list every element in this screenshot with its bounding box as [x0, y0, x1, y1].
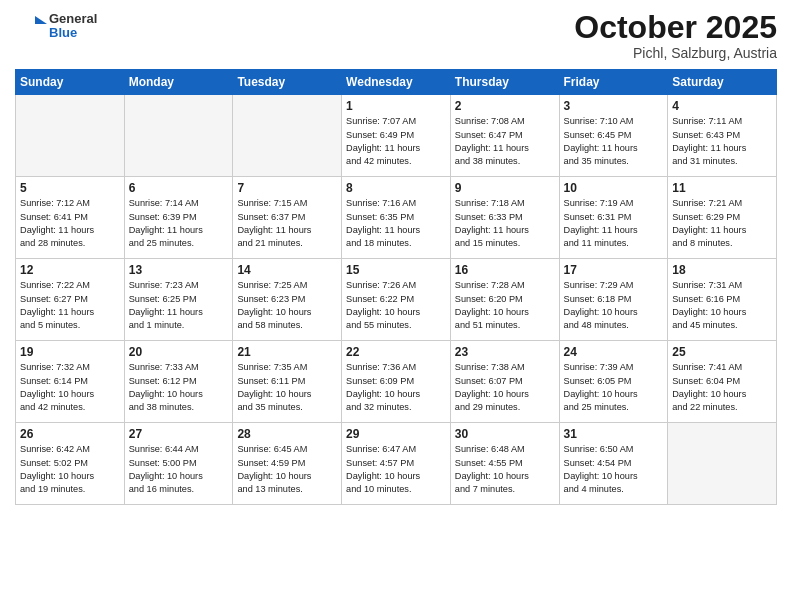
calendar-cell: 1Sunrise: 7:07 AM Sunset: 6:49 PM Daylig… [342, 95, 451, 177]
week-row-4: 26Sunrise: 6:42 AM Sunset: 5:02 PM Dayli… [16, 423, 777, 505]
day-info: Sunrise: 7:29 AM Sunset: 6:18 PM Dayligh… [564, 279, 664, 332]
logo: General Blue [15, 10, 97, 42]
calendar-cell: 7Sunrise: 7:15 AM Sunset: 6:37 PM Daylig… [233, 177, 342, 259]
calendar-cell: 18Sunrise: 7:31 AM Sunset: 6:16 PM Dayli… [668, 259, 777, 341]
day-number: 15 [346, 263, 446, 277]
day-number: 9 [455, 181, 555, 195]
day-number: 30 [455, 427, 555, 441]
day-number: 22 [346, 345, 446, 359]
day-number: 16 [455, 263, 555, 277]
day-info: Sunrise: 7:39 AM Sunset: 6:05 PM Dayligh… [564, 361, 664, 414]
day-info: Sunrise: 7:32 AM Sunset: 6:14 PM Dayligh… [20, 361, 120, 414]
calendar-cell: 12Sunrise: 7:22 AM Sunset: 6:27 PM Dayli… [16, 259, 125, 341]
day-number: 31 [564, 427, 664, 441]
calendar-cell: 26Sunrise: 6:42 AM Sunset: 5:02 PM Dayli… [16, 423, 125, 505]
col-header-tuesday: Tuesday [233, 70, 342, 95]
day-info: Sunrise: 7:26 AM Sunset: 6:22 PM Dayligh… [346, 279, 446, 332]
day-info: Sunrise: 6:47 AM Sunset: 4:57 PM Dayligh… [346, 443, 446, 496]
calendar-cell: 23Sunrise: 7:38 AM Sunset: 6:07 PM Dayli… [450, 341, 559, 423]
day-info: Sunrise: 7:25 AM Sunset: 6:23 PM Dayligh… [237, 279, 337, 332]
calendar-cell: 31Sunrise: 6:50 AM Sunset: 4:54 PM Dayli… [559, 423, 668, 505]
calendar-cell: 13Sunrise: 7:23 AM Sunset: 6:25 PM Dayli… [124, 259, 233, 341]
calendar-cell: 25Sunrise: 7:41 AM Sunset: 6:04 PM Dayli… [668, 341, 777, 423]
logo-general: General [49, 12, 97, 26]
calendar-cell: 8Sunrise: 7:16 AM Sunset: 6:35 PM Daylig… [342, 177, 451, 259]
calendar-cell: 27Sunrise: 6:44 AM Sunset: 5:00 PM Dayli… [124, 423, 233, 505]
day-number: 29 [346, 427, 446, 441]
day-info: Sunrise: 7:18 AM Sunset: 6:33 PM Dayligh… [455, 197, 555, 250]
calendar-cell: 6Sunrise: 7:14 AM Sunset: 6:39 PM Daylig… [124, 177, 233, 259]
calendar-cell: 5Sunrise: 7:12 AM Sunset: 6:41 PM Daylig… [16, 177, 125, 259]
day-number: 11 [672, 181, 772, 195]
calendar-cell: 19Sunrise: 7:32 AM Sunset: 6:14 PM Dayli… [16, 341, 125, 423]
day-number: 12 [20, 263, 120, 277]
day-info: Sunrise: 7:10 AM Sunset: 6:45 PM Dayligh… [564, 115, 664, 168]
calendar-cell: 17Sunrise: 7:29 AM Sunset: 6:18 PM Dayli… [559, 259, 668, 341]
day-number: 2 [455, 99, 555, 113]
calendar-cell: 9Sunrise: 7:18 AM Sunset: 6:33 PM Daylig… [450, 177, 559, 259]
week-row-0: 1Sunrise: 7:07 AM Sunset: 6:49 PM Daylig… [16, 95, 777, 177]
calendar-cell: 15Sunrise: 7:26 AM Sunset: 6:22 PM Dayli… [342, 259, 451, 341]
day-info: Sunrise: 7:07 AM Sunset: 6:49 PM Dayligh… [346, 115, 446, 168]
location-subtitle: Pichl, Salzburg, Austria [574, 45, 777, 61]
calendar-cell: 29Sunrise: 6:47 AM Sunset: 4:57 PM Dayli… [342, 423, 451, 505]
calendar-cell: 16Sunrise: 7:28 AM Sunset: 6:20 PM Dayli… [450, 259, 559, 341]
day-number: 7 [237, 181, 337, 195]
day-number: 24 [564, 345, 664, 359]
day-info: Sunrise: 7:41 AM Sunset: 6:04 PM Dayligh… [672, 361, 772, 414]
day-number: 27 [129, 427, 229, 441]
day-info: Sunrise: 7:35 AM Sunset: 6:11 PM Dayligh… [237, 361, 337, 414]
day-info: Sunrise: 7:36 AM Sunset: 6:09 PM Dayligh… [346, 361, 446, 414]
logo-text: General Blue [49, 12, 97, 41]
day-number: 1 [346, 99, 446, 113]
day-info: Sunrise: 7:14 AM Sunset: 6:39 PM Dayligh… [129, 197, 229, 250]
calendar-cell [668, 423, 777, 505]
day-info: Sunrise: 7:12 AM Sunset: 6:41 PM Dayligh… [20, 197, 120, 250]
calendar-cell: 24Sunrise: 7:39 AM Sunset: 6:05 PM Dayli… [559, 341, 668, 423]
day-number: 8 [346, 181, 446, 195]
day-number: 17 [564, 263, 664, 277]
calendar-cell: 22Sunrise: 7:36 AM Sunset: 6:09 PM Dayli… [342, 341, 451, 423]
day-info: Sunrise: 7:28 AM Sunset: 6:20 PM Dayligh… [455, 279, 555, 332]
day-info: Sunrise: 7:08 AM Sunset: 6:47 PM Dayligh… [455, 115, 555, 168]
day-info: Sunrise: 7:23 AM Sunset: 6:25 PM Dayligh… [129, 279, 229, 332]
day-info: Sunrise: 7:38 AM Sunset: 6:07 PM Dayligh… [455, 361, 555, 414]
week-row-3: 19Sunrise: 7:32 AM Sunset: 6:14 PM Dayli… [16, 341, 777, 423]
calendar-cell: 10Sunrise: 7:19 AM Sunset: 6:31 PM Dayli… [559, 177, 668, 259]
day-number: 26 [20, 427, 120, 441]
calendar-cell: 30Sunrise: 6:48 AM Sunset: 4:55 PM Dayli… [450, 423, 559, 505]
logo-bird-icon [15, 10, 47, 42]
day-info: Sunrise: 7:16 AM Sunset: 6:35 PM Dayligh… [346, 197, 446, 250]
day-info: Sunrise: 6:44 AM Sunset: 5:00 PM Dayligh… [129, 443, 229, 496]
calendar-cell [233, 95, 342, 177]
calendar-cell: 11Sunrise: 7:21 AM Sunset: 6:29 PM Dayli… [668, 177, 777, 259]
day-number: 20 [129, 345, 229, 359]
day-number: 10 [564, 181, 664, 195]
calendar-cell: 3Sunrise: 7:10 AM Sunset: 6:45 PM Daylig… [559, 95, 668, 177]
day-info: Sunrise: 6:50 AM Sunset: 4:54 PM Dayligh… [564, 443, 664, 496]
col-header-monday: Monday [124, 70, 233, 95]
day-info: Sunrise: 6:45 AM Sunset: 4:59 PM Dayligh… [237, 443, 337, 496]
day-number: 13 [129, 263, 229, 277]
day-number: 14 [237, 263, 337, 277]
month-title: October 2025 [574, 10, 777, 45]
week-row-1: 5Sunrise: 7:12 AM Sunset: 6:41 PM Daylig… [16, 177, 777, 259]
col-header-sunday: Sunday [16, 70, 125, 95]
svg-marker-0 [35, 16, 47, 24]
day-number: 23 [455, 345, 555, 359]
calendar-table: SundayMondayTuesdayWednesdayThursdayFrid… [15, 69, 777, 505]
day-info: Sunrise: 6:48 AM Sunset: 4:55 PM Dayligh… [455, 443, 555, 496]
day-number: 5 [20, 181, 120, 195]
calendar-cell [16, 95, 125, 177]
col-header-saturday: Saturday [668, 70, 777, 95]
calendar-header-row: SundayMondayTuesdayWednesdayThursdayFrid… [16, 70, 777, 95]
calendar-cell: 28Sunrise: 6:45 AM Sunset: 4:59 PM Dayli… [233, 423, 342, 505]
day-info: Sunrise: 7:15 AM Sunset: 6:37 PM Dayligh… [237, 197, 337, 250]
day-info: Sunrise: 6:42 AM Sunset: 5:02 PM Dayligh… [20, 443, 120, 496]
day-number: 25 [672, 345, 772, 359]
col-header-wednesday: Wednesday [342, 70, 451, 95]
day-number: 28 [237, 427, 337, 441]
calendar-cell: 14Sunrise: 7:25 AM Sunset: 6:23 PM Dayli… [233, 259, 342, 341]
day-number: 6 [129, 181, 229, 195]
title-block: October 2025 Pichl, Salzburg, Austria [574, 10, 777, 61]
